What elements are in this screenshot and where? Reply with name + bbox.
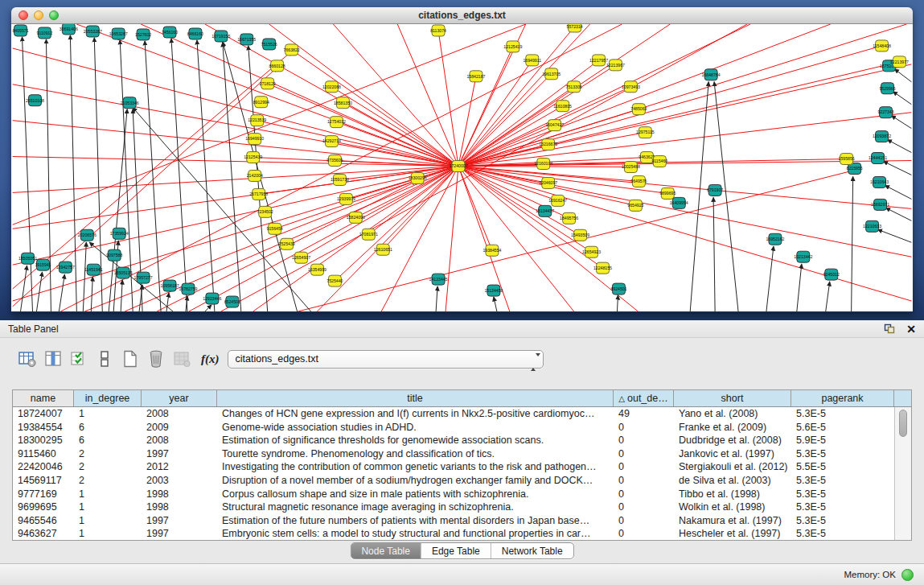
graph-edge-black[interactable] (878, 229, 912, 242)
graph-edge-red[interactable] (189, 167, 458, 311)
graph-node[interactable]: 12754032 (327, 117, 346, 128)
graph-edge-red[interactable] (458, 167, 911, 302)
graph-edge-red[interactable] (13, 157, 458, 167)
graph-node[interactable]: 11548408 (873, 40, 891, 51)
graph-node[interactable]: 22046097 (539, 177, 557, 188)
graph-node[interactable]: 2718129 (260, 78, 276, 89)
graph-edge-black[interactable] (884, 162, 912, 175)
graph-node[interactable]: 10653287 (109, 28, 128, 39)
graph-edge-black[interactable] (223, 43, 241, 311)
graph-edge-black[interactable] (494, 297, 497, 311)
graph-edge-red[interactable] (438, 31, 458, 167)
graph-node[interactable]: 10719155 (211, 31, 230, 42)
table-row[interactable]: 1872400712008Changes of HCN gene express… (13, 407, 894, 421)
graph-edge-red[interactable] (259, 167, 458, 195)
graph-edge-black[interactable] (886, 208, 912, 220)
graph-edge-black[interactable] (21, 266, 27, 311)
graph-node[interactable]: 17957277 (134, 272, 153, 283)
delete-table-button[interactable] (145, 348, 166, 370)
graph-node[interactable]: 12093872 (873, 131, 891, 142)
graph-edge-red[interactable] (84, 179, 417, 311)
network-window-titlebar[interactable]: citations_edges.txt (11, 7, 913, 24)
graph-node[interactable]: 1595856 (839, 154, 855, 165)
graph-node[interactable]: 16354999 (308, 264, 326, 275)
new-table-button[interactable] (119, 348, 141, 370)
graph-edge-black[interactable] (59, 274, 64, 311)
graph-edge-black[interactable] (36, 272, 42, 311)
graph-node[interactable]: 12923446 (203, 293, 221, 304)
graph-edge-black[interactable] (436, 286, 437, 311)
graph-node[interactable]: 9654923 (627, 200, 643, 211)
graph-node[interactable]: 9097588 (106, 249, 122, 261)
graph-node[interactable]: 26717958 (249, 188, 268, 200)
graph-node[interactable]: 12654907 (292, 252, 310, 263)
graph-node[interactable]: 9735609 (326, 155, 343, 167)
graph-node[interactable]: 20206576 (78, 229, 97, 241)
graph-node[interactable]: 16952162 (766, 233, 784, 245)
graph-edge-black[interactable] (205, 305, 211, 311)
graph-edge-black[interactable] (826, 282, 830, 311)
column-header-title[interactable]: title (217, 390, 614, 406)
column-header-name[interactable]: name (13, 390, 74, 406)
graph-node[interactable]: 16782759 (179, 283, 197, 295)
graph-edge-black[interactable] (714, 82, 738, 311)
graph-node[interactable]: 16648784 (702, 69, 721, 80)
graph-node[interactable]: 18495756 (560, 212, 578, 224)
graph-edge-black[interactable] (797, 264, 802, 311)
graph-node[interactable]: 9115460 (651, 156, 667, 167)
graph-node[interactable]: 8113074 (430, 25, 446, 36)
show-column-button[interactable] (42, 348, 64, 370)
graph-edge-black[interactable] (109, 109, 127, 311)
graph-node[interactable]: 6791907 (707, 184, 723, 196)
graph-node[interactable]: 2142004 (247, 170, 263, 181)
select-mode-button[interactable] (68, 348, 89, 370)
graph-node[interactable]: 12942757 (56, 262, 75, 273)
graph-node[interactable]: 15824090 (347, 212, 365, 223)
graph-edge-red[interactable] (13, 84, 458, 167)
table-row[interactable]: 977716911998Corpus callosum shape and si… (13, 488, 894, 501)
graph-node[interactable]: 8924501 (610, 283, 626, 295)
graph-edge-red[interactable] (458, 74, 552, 167)
graph-edge-black[interactable] (91, 277, 92, 311)
graph-edge-red[interactable] (268, 84, 458, 167)
graph-edge-red[interactable] (458, 76, 476, 167)
graph-node[interactable]: 20553287 (84, 26, 102, 37)
graph-node[interactable]: 30691406 (60, 24, 78, 35)
graph-node[interactable]: 10213442 (794, 251, 812, 262)
graph-edge-black[interactable] (690, 82, 708, 311)
graph-edge-black[interactable] (83, 242, 86, 311)
graph-node[interactable]: 12213539 (248, 115, 266, 126)
graph-edge-red[interactable] (13, 121, 458, 167)
table-settings-button[interactable] (16, 348, 38, 370)
graph-node[interactable]: 19384554 (483, 245, 501, 256)
row-height-button[interactable] (93, 348, 115, 370)
graph-edge-red[interactable] (333, 24, 458, 167)
close-panel-icon[interactable]: ✕ (906, 323, 916, 335)
graph-edge-red[interactable] (458, 24, 750, 167)
graph-edge-red[interactable] (458, 46, 882, 167)
function-builder-button[interactable]: f(x) (201, 352, 220, 366)
graph-node[interactable]: 9227343 (877, 107, 893, 118)
graph-node[interactable]: 10973493 (622, 81, 640, 93)
network-graph-canvas[interactable]: 8405571911091230691406205532871065328715… (11, 24, 913, 311)
graph-edge-black[interactable] (713, 197, 715, 311)
graph-node[interactable]: 16949910 (245, 134, 264, 145)
graph-edge-black[interactable] (121, 280, 122, 311)
graph-node[interactable]: 16916247 (548, 195, 567, 206)
vertical-scrollbar[interactable] (894, 407, 911, 540)
graph-node[interactable]: 10958187 (161, 280, 179, 291)
graph-node[interactable]: 18581350 (334, 97, 352, 109)
graph-edge-black[interactable] (133, 108, 310, 311)
table-row[interactable]: 1456911722003Disruption of a novel membe… (13, 474, 894, 488)
graph-node[interactable]: 12125419 (503, 41, 522, 52)
graph-node[interactable]: 12217957 (589, 55, 608, 66)
graph-node[interactable]: 7513305 (566, 81, 582, 93)
graph-node[interactable]: 7485063 (630, 104, 647, 115)
graph-node[interactable]: 5572314 (567, 24, 583, 32)
graph-edge-black[interactable] (852, 176, 853, 311)
table-row[interactable]: 969969511998Structural magnetic resonanc… (13, 501, 894, 514)
graph-node[interactable]: 16671355 (237, 34, 256, 45)
graph-node[interactable]: 13216675 (539, 139, 557, 150)
graph-node[interactable]: 7663822 (284, 44, 300, 56)
graph-node[interactable]: 10025488 (622, 162, 640, 173)
